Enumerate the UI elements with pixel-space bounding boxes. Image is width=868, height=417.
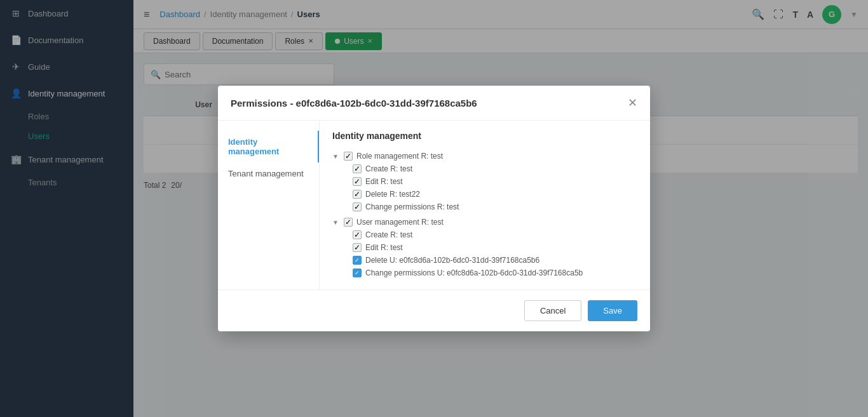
- modal-footer: Cancel Save: [218, 289, 650, 331]
- perm-row-edit-user: ✓ Edit R: test: [341, 241, 637, 254]
- save-button[interactable]: Save: [588, 300, 637, 321]
- user-management-children: ✓ Create R: test ✓ Edit R: test ✓ Delete…: [341, 228, 637, 279]
- perm-row-create-role: ✓ Create R: test: [341, 162, 637, 175]
- modal-header: Permissions - e0fc8d6a-102b-6dc0-31dd-39…: [218, 86, 650, 121]
- perm-row-role-management: ▼ ✓ Role management R: test: [332, 150, 637, 162]
- label-role-management: Role management R: test: [356, 152, 443, 161]
- perm-row-edit-role: ✓ Edit R: test: [341, 175, 637, 188]
- modal-overlay[interactable]: Permissions - e0fc8d6a-102b-6dc0-31dd-39…: [0, 0, 868, 417]
- label-create-role: Create R: test: [365, 164, 412, 173]
- perm-row-create-user: ✓ Create R: test: [341, 228, 637, 241]
- modal-nav-identity[interactable]: Identity management: [218, 131, 319, 162]
- modal-body: Identity management Tenant management Id…: [218, 121, 650, 289]
- permissions-section-title: Identity management: [332, 131, 637, 141]
- label-edit-role: Edit R: test: [365, 177, 403, 186]
- check-create-user[interactable]: ✓: [353, 230, 362, 239]
- label-user-management: User management R: test: [356, 218, 444, 227]
- label-change-perm-user: Change permissions U: e0fc8d6a-102b-6dc0…: [365, 268, 583, 277]
- label-change-perm-role: Change permissions R: test: [365, 202, 459, 211]
- permissions-tree: ▼ ✓ Role management R: test ✓ Create R: …: [332, 150, 637, 279]
- check-edit-user[interactable]: ✓: [353, 243, 362, 252]
- label-delete-role: Delete R: test22: [365, 190, 420, 199]
- chevron-user-management[interactable]: ▼: [332, 219, 340, 226]
- perm-row-change-perm-user: ✓ Change permissions U: e0fc8d6a-102b-6d…: [341, 267, 637, 279]
- modal-nav: Identity management Tenant management: [218, 121, 320, 289]
- perm-row-change-perm-role: ✓ Change permissions R: test: [341, 201, 637, 213]
- check-delete-role[interactable]: ✓: [353, 190, 362, 199]
- check-delete-user[interactable]: ✓: [353, 256, 362, 265]
- chevron-role-management[interactable]: ▼: [332, 153, 340, 160]
- label-delete-user: Delete U: e0fc8d6a-102b-6dc0-31dd-39f716…: [365, 256, 539, 265]
- perm-row-delete-user: ✓ Delete U: e0fc8d6a-102b-6dc0-31dd-39f7…: [341, 254, 637, 267]
- label-edit-user: Edit R: test: [365, 243, 403, 252]
- modal-permissions-content: Identity management ▼ ✓ Role management …: [320, 121, 650, 289]
- check-change-perm-role[interactable]: ✓: [353, 202, 362, 211]
- perm-row-delete-role: ✓ Delete R: test22: [341, 188, 637, 201]
- permissions-modal: Permissions - e0fc8d6a-102b-6dc0-31dd-39…: [218, 86, 650, 331]
- modal-title: Permissions - e0fc8d6a-102b-6dc0-31dd-39…: [231, 98, 477, 109]
- check-user-management[interactable]: ✓: [344, 218, 353, 227]
- role-management-children: ✓ Create R: test ✓ Edit R: test ✓ Delete…: [341, 162, 637, 213]
- modal-close-button[interactable]: ✕: [628, 96, 637, 110]
- check-role-management[interactable]: ✓: [344, 152, 353, 161]
- check-create-role[interactable]: ✓: [353, 164, 362, 173]
- modal-nav-tenant[interactable]: Tenant management: [218, 162, 319, 185]
- check-edit-role[interactable]: ✓: [353, 177, 362, 186]
- label-create-user: Create R: test: [365, 230, 412, 239]
- cancel-button[interactable]: Cancel: [524, 300, 581, 321]
- check-change-perm-user[interactable]: ✓: [353, 268, 362, 277]
- perm-row-user-management: ▼ ✓ User management R: test: [332, 216, 637, 228]
